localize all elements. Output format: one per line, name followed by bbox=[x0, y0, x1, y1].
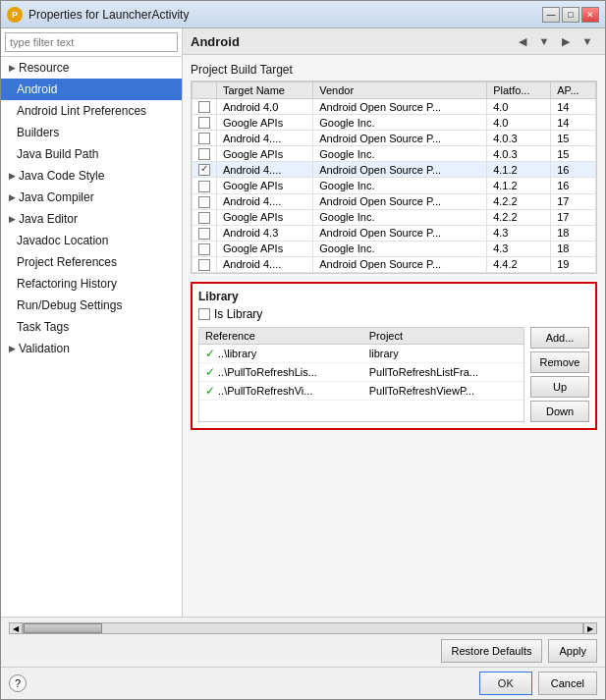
expand-arrow-icon: ▶ bbox=[9, 210, 16, 228]
row-checkbox[interactable] bbox=[198, 101, 210, 113]
scroll-left-button[interactable]: ◀ bbox=[9, 622, 23, 634]
ok-button[interactable]: OK bbox=[479, 672, 532, 695]
add--button[interactable]: Add... bbox=[530, 327, 589, 349]
scroll-right-button[interactable]: ▶ bbox=[583, 622, 597, 634]
row-checkbox[interactable] bbox=[198, 148, 210, 160]
list-item[interactable]: ✓ ..\librarylibrary bbox=[199, 345, 523, 363]
table-row[interactable]: Android 4....Android Open Source P...4.2… bbox=[193, 193, 596, 209]
up-button[interactable]: Up bbox=[530, 376, 589, 398]
is-library-checkbox[interactable] bbox=[198, 308, 210, 320]
table-row[interactable]: Google APIsGoogle Inc.4.0.315 bbox=[193, 146, 596, 162]
row-checkbox[interactable] bbox=[198, 164, 210, 176]
list-item[interactable]: ✓ ..\PullToRefreshVi...PullToRefreshView… bbox=[199, 382, 523, 401]
minimize-button[interactable]: — bbox=[542, 7, 560, 23]
sidebar-item-label: Java Code Style bbox=[19, 167, 104, 185]
sidebar-item-android[interactable]: Android bbox=[1, 79, 182, 100]
down-button[interactable]: Down bbox=[530, 401, 589, 422]
table-cell: Android Open Source P... bbox=[313, 99, 487, 115]
sidebar-item-refactoring-history[interactable]: Refactoring History bbox=[1, 273, 182, 295]
row-checkbox-cell bbox=[193, 193, 217, 209]
window-title: Properties for LauncherActivity bbox=[28, 8, 542, 22]
remove-button[interactable]: Remove bbox=[530, 351, 589, 373]
help-button[interactable]: ? bbox=[9, 674, 27, 692]
close-button[interactable]: ✕ bbox=[581, 7, 599, 23]
table-row[interactable]: Android 4....Android Open Source P...4.1… bbox=[193, 162, 596, 178]
row-checkbox-cell bbox=[193, 178, 217, 193]
nav-down-button[interactable]: ▼ bbox=[534, 32, 554, 50]
row-checkbox-cell bbox=[193, 209, 217, 225]
sidebar-item-label: Java Compiler bbox=[19, 188, 94, 206]
sidebar-item-builders[interactable]: Builders bbox=[1, 122, 182, 143]
lib-col-header: Project bbox=[363, 328, 523, 345]
col-header: Vendor bbox=[313, 82, 487, 99]
maximize-button[interactable]: □ bbox=[562, 7, 579, 23]
sidebar-item-android-lint-preferences[interactable]: Android Lint Preferences bbox=[1, 100, 182, 122]
row-checkbox[interactable] bbox=[198, 117, 210, 129]
row-checkbox[interactable] bbox=[198, 133, 210, 144]
table-row[interactable]: Android 4.3Android Open Source P...4.318 bbox=[193, 225, 596, 241]
main-header: Android ◀ ▼ ▶ ▼ bbox=[183, 28, 605, 55]
table-row[interactable]: Google APIsGoogle Inc.4.2.217 bbox=[193, 209, 596, 225]
build-target-scroll[interactable]: Target NameVendorPlatfo...AP... Android … bbox=[191, 81, 597, 274]
filter-input[interactable] bbox=[5, 32, 178, 52]
sidebar-item-resource[interactable]: ▶Resource bbox=[1, 57, 182, 79]
sidebar-item-run/debug-settings[interactable]: Run/Debug Settings bbox=[1, 295, 182, 316]
row-checkbox-cell bbox=[193, 162, 217, 178]
title-bar-controls: — □ ✕ bbox=[542, 7, 599, 23]
row-checkbox[interactable] bbox=[198, 212, 210, 224]
table-cell: Android 4.... bbox=[217, 193, 313, 209]
is-library-row: Is Library bbox=[198, 307, 589, 321]
nav-forward-button[interactable]: ▶ bbox=[556, 32, 576, 50]
table-row[interactable]: Android 4.0Android Open Source P...4.014 bbox=[193, 99, 596, 115]
table-row[interactable]: Android 4....Android Open Source P...4.4… bbox=[193, 256, 596, 272]
sidebar-item-javadoc-location[interactable]: Javadoc Location bbox=[1, 230, 182, 251]
apply-button[interactable]: Apply bbox=[548, 639, 597, 663]
cancel-button[interactable]: Cancel bbox=[538, 672, 597, 695]
sidebar-item-task-tags[interactable]: Task Tags bbox=[1, 316, 182, 338]
table-cell: Google APIs bbox=[217, 146, 313, 162]
sidebar-item-project-references[interactable]: Project References bbox=[1, 251, 182, 273]
build-target-section: Project Build Target Target NameVendorPl… bbox=[191, 63, 597, 274]
expand-arrow-icon: ▶ bbox=[9, 59, 16, 77]
sidebar-item-java-code-style[interactable]: ▶Java Code Style bbox=[1, 165, 182, 187]
list-item[interactable]: ✓ ..\PullToRefreshLis...PullToRefreshLis… bbox=[199, 363, 523, 382]
dialog-footer: ? OK Cancel bbox=[1, 667, 605, 699]
sidebar-item-validation[interactable]: ▶Validation bbox=[1, 338, 182, 359]
row-checkbox-cell bbox=[193, 256, 217, 272]
build-target-table: Target NameVendorPlatfo...AP... Android … bbox=[192, 81, 596, 273]
nav-back-button[interactable]: ◀ bbox=[513, 32, 532, 50]
col-header: Platfo... bbox=[487, 82, 551, 99]
restore-defaults-button[interactable]: Restore Defaults bbox=[441, 639, 543, 663]
col-header: AP... bbox=[551, 82, 596, 99]
sidebar-item-label: Java Editor bbox=[19, 210, 78, 228]
sidebar-item-java-compiler[interactable]: ▶Java Compiler bbox=[1, 187, 182, 208]
table-cell: Google Inc. bbox=[313, 146, 487, 162]
sidebar-item-java-build-path[interactable]: Java Build Path bbox=[1, 143, 182, 165]
lib-col-header: Reference bbox=[199, 328, 363, 345]
table-row[interactable]: Google APIsGoogle Inc.4.1.216 bbox=[193, 178, 596, 193]
table-row[interactable]: Android 4....Android Open Source P...4.0… bbox=[193, 131, 596, 146]
scrollbar-thumb[interactable] bbox=[24, 623, 102, 633]
row-checkbox[interactable] bbox=[198, 228, 210, 240]
row-checkbox[interactable] bbox=[198, 243, 210, 255]
library-title: Library bbox=[198, 290, 589, 303]
row-checkbox[interactable] bbox=[198, 181, 210, 192]
row-checkbox[interactable] bbox=[198, 196, 210, 208]
expand-arrow-icon: ▶ bbox=[9, 340, 16, 357]
sidebar-item-java-editor[interactable]: ▶Java Editor bbox=[1, 208, 182, 230]
table-row[interactable]: Google APIsGoogle Inc.4.318 bbox=[193, 241, 596, 256]
expand-arrow-icon: ▶ bbox=[9, 188, 16, 206]
table-row[interactable]: Google APIsGoogle Inc.4.014 bbox=[193, 115, 596, 131]
scrollbar-row: ◀ ▶ bbox=[9, 621, 597, 635]
table-cell: 4.1.2 bbox=[487, 178, 551, 193]
table-cell: Google APIs bbox=[217, 178, 313, 193]
horizontal-scrollbar[interactable] bbox=[23, 622, 583, 634]
check-icon: ✓ bbox=[205, 347, 215, 360]
table-cell: Android Open Source P... bbox=[313, 256, 487, 272]
nav-down2-button[interactable]: ▼ bbox=[578, 32, 597, 50]
table-cell: 19 bbox=[551, 256, 596, 272]
table-cell: Android 4.... bbox=[217, 256, 313, 272]
sidebar-item-label: Refactoring History bbox=[17, 275, 117, 293]
lib-reference-cell: ✓ ..\library bbox=[199, 345, 363, 363]
row-checkbox[interactable] bbox=[198, 259, 210, 271]
